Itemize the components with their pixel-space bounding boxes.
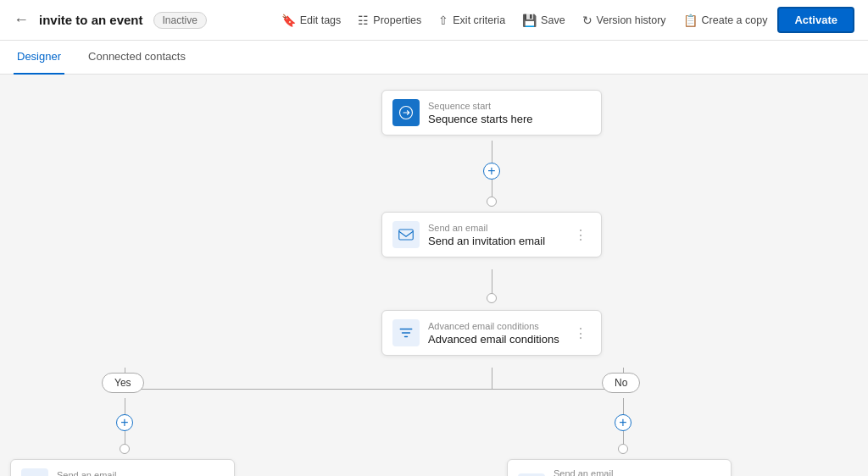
send-email-2-menu[interactable]: ⋮: [203, 473, 224, 477]
status-badge: Inactive: [153, 12, 207, 29]
no-branch: No: [602, 373, 640, 393]
properties-button[interactable]: ☷ Properties: [351, 9, 428, 31]
send-email-1-title: Send an invitation email: [428, 235, 562, 247]
tag-icon: 🔖: [281, 14, 296, 27]
sequence-start-icon: [392, 99, 420, 126]
advanced-conditions-1-title: Advanced email conditions: [428, 333, 562, 346]
back-button[interactable]: ←: [14, 11, 29, 29]
connector-circle-right: [618, 444, 628, 454]
send-email-1-menu[interactable]: ⋮: [570, 225, 591, 245]
tab-connected-contacts[interactable]: Connected contacts: [85, 41, 189, 75]
email-icon-1: [392, 221, 420, 248]
branch-line-left: [125, 389, 492, 390]
connector-circle-2: [487, 293, 497, 303]
header: ← invite to an event Inactive 🔖 Edit tag…: [0, 0, 868, 41]
email-icon-2: [21, 468, 48, 476]
save-icon: 💾: [522, 14, 537, 27]
edit-tags-button[interactable]: 🔖 Edit tags: [275, 9, 348, 31]
send-email-1-node: Send an email Send an invitation email ⋮: [381, 212, 602, 257]
add-step-right[interactable]: +: [615, 414, 632, 431]
line-2: [492, 180, 492, 196]
advanced-conditions-1-node: Advanced email conditions Advanced email…: [381, 310, 602, 356]
header-actions: 🔖 Edit tags ☷ Properties ⇧ Exit criteria…: [275, 7, 854, 33]
send-email-2-label: Send an email: [57, 470, 195, 477]
add-step-1[interactable]: +: [483, 163, 500, 180]
advanced-conditions-1-menu[interactable]: ⋮: [570, 324, 591, 343]
version-history-button[interactable]: ↻ Version history: [576, 9, 673, 31]
right-v-3: [623, 431, 624, 445]
line-3: [492, 269, 492, 295]
copy-icon: 📋: [683, 14, 698, 27]
svg-rect-1: [399, 230, 414, 240]
create-copy-button[interactable]: 📋 Create a copy: [676, 9, 775, 31]
send-email-3-node: Send an email Follow up email for the ev…: [507, 459, 732, 476]
tab-designer[interactable]: Designer: [14, 41, 64, 75]
exit-criteria-icon: ⇧: [438, 14, 448, 27]
send-email-1-label: Send an email: [428, 223, 562, 233]
yes-branch: Yes: [102, 373, 144, 393]
sequence-start-title: Sequence starts here: [428, 113, 591, 125]
connector-circle-left: [120, 444, 130, 454]
add-step-left[interactable]: +: [116, 414, 133, 431]
sequence-start-label: Sequence start: [428, 101, 591, 111]
history-icon: ↻: [582, 14, 593, 27]
send-email-2-node: Send an email Send a confirmation email …: [10, 459, 235, 476]
connector-circle-1: [487, 196, 497, 207]
tabs-bar: Designer Connected contacts: [0, 41, 868, 75]
activate-button[interactable]: Activate: [777, 7, 854, 33]
save-button[interactable]: 💾 Save: [515, 9, 572, 31]
flow-canvas: Sequence start Sequence starts here + Se…: [0, 75, 868, 476]
properties-icon: ☷: [358, 14, 369, 27]
page-title: invite to an event: [39, 13, 143, 27]
exit-criteria-button[interactable]: ⇧ Exit criteria: [431, 9, 512, 31]
advanced-conditions-1-label: Advanced email conditions: [428, 321, 562, 331]
branch-line-center: [492, 368, 492, 390]
condition-icon-1: [392, 319, 420, 346]
sequence-start-node: Sequence start Sequence starts here: [381, 90, 602, 136]
send-email-3-label: Send an email: [554, 468, 692, 476]
left-v-3: [125, 431, 125, 445]
